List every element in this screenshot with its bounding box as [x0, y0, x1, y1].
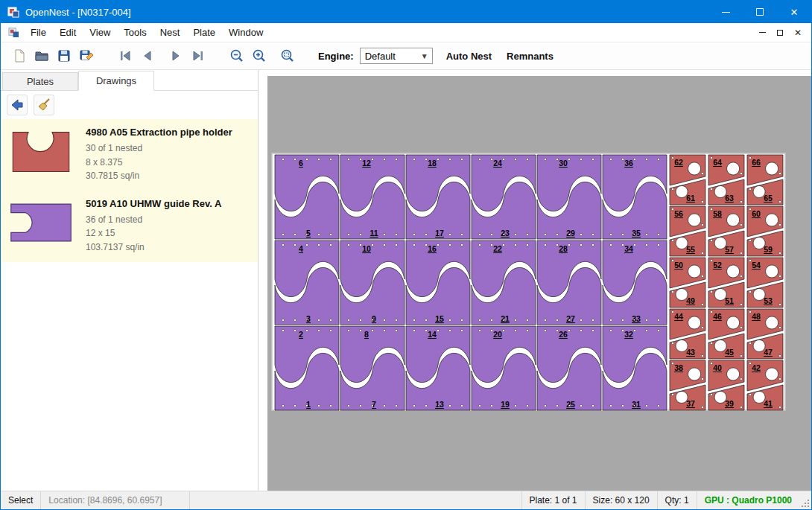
- red-cell: 5049: [670, 258, 705, 307]
- menu-file[interactable]: File: [24, 24, 53, 41]
- menu-nest[interactable]: Nest: [153, 24, 187, 41]
- red-cell: 6059: [747, 206, 783, 256]
- chevron-down-icon: ▼: [421, 52, 432, 60]
- part-number: 4: [299, 244, 303, 253]
- tab-drawings[interactable]: Drawings: [78, 71, 154, 91]
- red-cell: 4645: [708, 309, 744, 359]
- part-number: 38: [674, 363, 683, 372]
- mdi-minimize-icon: [759, 32, 766, 33]
- purple-cell: 21: [275, 326, 339, 410]
- gpu-indicator: GPU : Quadro P1000: [697, 491, 799, 509]
- last-plate-button[interactable]: [187, 45, 209, 67]
- part-nested-count: 36 of 1 nested: [86, 213, 252, 227]
- first-plate-button[interactable]: [114, 45, 136, 67]
- menu-view[interactable]: View: [83, 24, 117, 41]
- clear-button[interactable]: [34, 95, 54, 115]
- part-number: 61: [686, 194, 695, 203]
- list-item[interactable]: 5019 A10 UHMW guide Rev. A 36 of 1 neste…: [1, 191, 258, 262]
- part-number: 12: [362, 159, 371, 168]
- part-number: 7: [372, 400, 376, 409]
- document-icon: [8, 27, 19, 38]
- menu-edit[interactable]: Edit: [53, 24, 83, 41]
- part-thumbnail-extraction-pipe-holder: [7, 128, 75, 177]
- list-item[interactable]: 4980 A05 Extraction pipe holder 30 of 1 …: [1, 119, 258, 191]
- mdi-restore-icon: [777, 30, 783, 36]
- part-number: 55: [686, 245, 695, 254]
- zoom-out-button[interactable]: [226, 45, 248, 67]
- tab-plates[interactable]: Plates: [2, 72, 78, 90]
- plate[interactable]: 6512111817242330293635431091615222128273…: [272, 153, 785, 410]
- part-number: 25: [566, 400, 575, 409]
- part-number: 2: [299, 330, 303, 339]
- mdi-minimize-button[interactable]: [753, 25, 771, 40]
- maximize-button[interactable]: [743, 1, 777, 23]
- engine-selected-value: Default: [365, 51, 396, 62]
- zoom-in-button[interactable]: [248, 45, 270, 67]
- app-icon: [7, 6, 19, 18]
- red-cell: 3837: [670, 360, 705, 410]
- purple-cell: 1615: [406, 240, 470, 325]
- engine-label: Engine:: [318, 51, 354, 62]
- part-number: 44: [674, 312, 683, 321]
- resize-grip[interactable]: [799, 497, 810, 508]
- red-cell: 6261: [670, 155, 705, 205]
- part-dimensions: 12 x 15: [86, 226, 252, 240]
- purple-cell: 1211: [340, 155, 405, 239]
- remnants-button[interactable]: Remnants: [499, 46, 561, 66]
- zoom-fit-button[interactable]: [276, 45, 299, 67]
- next-plate-button[interactable]: [165, 45, 187, 67]
- app-window: OpenNest - [N0317-004] ✕ File Edit View …: [0, 0, 812, 510]
- part-number: 40: [713, 363, 722, 372]
- minimize-button[interactable]: [708, 1, 743, 23]
- part-number: 46: [713, 312, 722, 321]
- purple-cell: 3029: [537, 155, 601, 239]
- part-number: 37: [686, 399, 695, 408]
- part-number: 52: [713, 261, 722, 270]
- assign-back-button[interactable]: [7, 95, 28, 115]
- part-number: 59: [764, 245, 773, 254]
- red-cell: 4443: [670, 309, 705, 359]
- red-cell: 6665: [747, 155, 783, 205]
- part-number: 51: [725, 296, 734, 305]
- part-number: 42: [752, 363, 761, 372]
- toolbar: Engine: Default ▼ Auto Nest Remnants: [1, 42, 811, 70]
- purple-cell: 2221: [472, 240, 536, 325]
- new-button[interactable]: [8, 45, 31, 67]
- save-button[interactable]: [53, 45, 75, 67]
- save-as-icon: [79, 48, 94, 63]
- part-number: 32: [624, 330, 633, 339]
- menu-window[interactable]: Window: [222, 24, 270, 41]
- close-button[interactable]: ✕: [777, 1, 811, 23]
- engine-select[interactable]: Default ▼: [360, 48, 433, 64]
- mdi-restore-button[interactable]: [771, 25, 789, 40]
- menu-tools[interactable]: Tools: [117, 24, 153, 41]
- red-cell: 4847: [747, 309, 783, 359]
- part-number: 54: [752, 261, 761, 270]
- part-number: 34: [624, 244, 633, 253]
- open-folder-icon: [34, 48, 49, 63]
- nest-canvas[interactable]: 6512111817242330293635431091615222128273…: [267, 76, 811, 491]
- red-cell: 5251: [708, 258, 744, 307]
- open-button[interactable]: [31, 45, 53, 67]
- part-number: 66: [752, 158, 761, 167]
- part-number: 14: [428, 330, 437, 339]
- close-icon: ✕: [790, 7, 799, 18]
- auto-nest-button[interactable]: Auto Nest: [439, 46, 499, 66]
- purple-cell: 3231: [603, 326, 667, 410]
- part-number: 33: [632, 314, 641, 323]
- red-cell: 4241: [747, 360, 783, 410]
- purple-cell: 2019: [472, 326, 536, 410]
- menu-bar: File Edit View Tools Nest Plate Window ✕: [1, 23, 811, 42]
- sidebar-tabs: Plates Drawings: [1, 70, 258, 91]
- mdi-close-button[interactable]: ✕: [789, 25, 807, 40]
- save-as-button[interactable]: [75, 45, 98, 67]
- part-number: 27: [566, 314, 575, 323]
- part-number: 1: [306, 400, 311, 409]
- plate-count: Plate: 1 of 1: [521, 491, 585, 509]
- part-title: 5019 A10 UHMW guide Rev. A: [86, 198, 252, 209]
- nest-plate-svg[interactable]: 6512111817242330293635431091615222128273…: [273, 154, 786, 411]
- menu-plate[interactable]: Plate: [186, 24, 222, 41]
- purple-cell: 1817: [406, 155, 470, 239]
- purple-cell: 2423: [472, 155, 536, 239]
- previous-plate-button[interactable]: [136, 45, 159, 67]
